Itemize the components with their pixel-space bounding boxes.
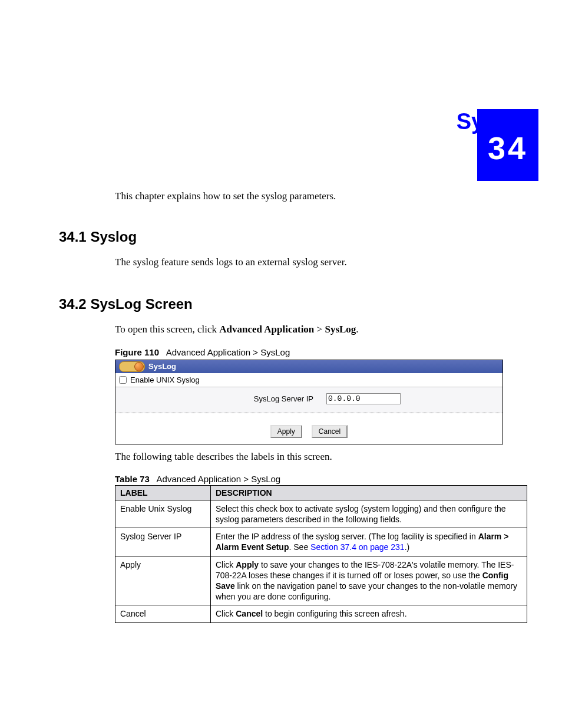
- cross-ref-link[interactable]: Section 37.4 on page 231: [310, 542, 405, 552]
- figure-caption: Figure 110 Advanced Application > SysLog: [115, 347, 503, 357]
- button-row: Apply Cancel: [115, 413, 503, 444]
- text: >: [314, 324, 325, 335]
- syslog-ip-label: SysLog Server IP: [119, 394, 326, 403]
- toggle-icon[interactable]: [119, 361, 145, 372]
- table-caption: Table 73 Advanced Application > SysLog: [115, 474, 503, 484]
- table-number: Table 73: [115, 474, 150, 484]
- text: .): [405, 542, 410, 552]
- table-header-row: LABEL DESCRIPTION: [115, 485, 527, 500]
- table-row: Apply Click Apply to save your changes t…: [115, 556, 527, 605]
- apply-button[interactable]: Apply: [270, 425, 302, 438]
- enable-syslog-row: Enable UNIX Syslog: [115, 373, 503, 387]
- table-title: Advanced Application > SysLog: [157, 474, 281, 484]
- description-table: LABEL DESCRIPTION Enable Unix Syslog Sel…: [115, 485, 527, 623]
- cell-desc: Enter the IP address of the syslog serve…: [211, 528, 527, 556]
- text: Click: [216, 560, 236, 569]
- figure-title: Advanced Application > SysLog: [166, 347, 290, 357]
- cell-label: Enable Unix Syslog: [115, 500, 211, 528]
- syslog-ip-row: SysLog Server IP: [115, 387, 503, 413]
- bold-text: Cancel: [236, 609, 263, 618]
- th-description: DESCRIPTION: [211, 485, 527, 500]
- section-body-34-1: The syslog feature sends logs to an exte…: [115, 256, 503, 269]
- cell-desc: Click Apply to save your changes to the …: [211, 556, 527, 605]
- nav-path-1: Advanced Application: [219, 324, 314, 335]
- text: .: [356, 324, 358, 335]
- panel-titlebar: SysLog: [115, 360, 503, 373]
- syslog-ip-input[interactable]: [326, 393, 401, 404]
- nav-path-2: SysLog: [325, 324, 356, 335]
- text: to begin configuring this screen afresh.: [263, 609, 406, 618]
- intro-text: This chapter explains how to set the sys…: [115, 190, 503, 202]
- table-row: Syslog Server IP Enter the IP address of…: [115, 528, 527, 556]
- text: to save your changes to the IES-708-22A'…: [216, 560, 514, 580]
- bold-text: Apply: [236, 560, 259, 569]
- post-figure-text: The following table describes the labels…: [115, 450, 503, 464]
- cell-label: Cancel: [115, 605, 211, 622]
- text: . See: [289, 542, 310, 552]
- section-heading-34-1: 34.1 Syslog: [59, 229, 503, 245]
- chapter-title: SysLog: [59, 109, 537, 134]
- text: Enter the IP address of the syslog serve…: [216, 532, 478, 541]
- section-heading-34-2: 34.2 SysLog Screen: [59, 296, 503, 312]
- cell-desc: Click Cancel to begin configuring this s…: [211, 605, 527, 622]
- enable-syslog-checkbox[interactable]: [119, 376, 127, 384]
- cancel-button[interactable]: Cancel: [312, 425, 348, 438]
- cell-desc: Select this check box to activate syslog…: [211, 500, 527, 528]
- text: link on the navigation panel to save you…: [216, 581, 517, 601]
- cell-label: Syslog Server IP: [115, 528, 211, 556]
- figure-number: Figure 110: [115, 347, 159, 357]
- chapter-number-badge: 34: [477, 109, 538, 181]
- text: To open this screen, click: [115, 324, 219, 335]
- text: Click: [216, 609, 236, 618]
- section-body-34-2: To open this screen, click Advanced Appl…: [115, 323, 503, 337]
- syslog-screenshot: SysLog Enable UNIX Syslog SysLog Server …: [115, 360, 503, 444]
- th-label: LABEL: [115, 485, 211, 500]
- cell-label: Apply: [115, 556, 211, 605]
- enable-syslog-label: Enable UNIX Syslog: [130, 375, 200, 384]
- panel-title: SysLog: [148, 362, 176, 371]
- table-row: Enable Unix Syslog Select this check box…: [115, 500, 527, 528]
- table-row: Cancel Click Cancel to begin configuring…: [115, 605, 527, 622]
